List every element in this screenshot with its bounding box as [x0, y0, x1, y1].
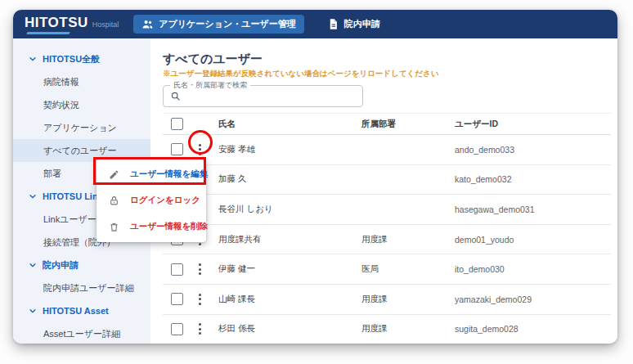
select-all-checkbox[interactable] — [171, 118, 183, 130]
search-icon — [170, 91, 181, 101]
cell-user-id: yamazaki_demo029 — [455, 294, 611, 304]
search-field-label: 氏名・所属部署で検索 — [170, 81, 250, 90]
cell-department: 医局 — [361, 263, 455, 275]
tab-hospital-application[interactable]: 院内申請 — [319, 15, 388, 34]
brand-suffix: Hospital — [92, 20, 119, 29]
search-input[interactable] — [186, 92, 356, 101]
document-icon — [327, 18, 339, 30]
cell-name: 杉田 係長 — [210, 323, 361, 335]
table-row: 加藤 久 kato_demo032 — [163, 165, 611, 195]
cell-user-id: sugita_demo028 — [455, 324, 611, 334]
table-row: 用度課共有 用度課 demo01_youdo — [163, 225, 611, 255]
tab-label: 院内申請 — [344, 18, 380, 30]
sidebar-section-hitotsu-asset[interactable]: HITOTSU Asset — [13, 299, 150, 322]
sidebar-section-hospital-application[interactable]: 院内申請 — [13, 254, 150, 276]
kebab-menu-icon[interactable] — [195, 290, 205, 308]
sidebar-item-applications[interactable]: アプリケーション — [13, 116, 150, 139]
cell-user-id: kato_demo032 — [455, 174, 611, 184]
table-row: 長谷川 しおり hasegawa_demo031 — [163, 195, 611, 225]
kebab-menu-icon[interactable] — [195, 260, 205, 278]
table-row: 杉田 係長 用度課 sugita_demo028 — [163, 315, 611, 344]
page-title: すべてのユーザー — [163, 52, 611, 65]
column-header-name: 氏名 — [210, 119, 361, 130]
main-content: すべてのユーザー ※ユーザー登録結果が反映されていない場合はページをリロードして… — [150, 38, 617, 344]
tab-application-user-management[interactable]: アプリケーション・ユーザー管理 — [133, 15, 303, 34]
column-header-user-id: ユーザーID — [455, 119, 611, 130]
table-row: 山崎 課長 用度課 yamazaki_demo029 — [163, 285, 611, 315]
chevron-down-icon — [29, 55, 37, 63]
row-checkbox[interactable] — [171, 323, 183, 335]
cell-name: 長谷川 しおり — [210, 204, 361, 215]
search-field[interactable]: 氏名・所属部署で検索 — [163, 85, 363, 107]
cell-user-id: ito_demo030 — [455, 264, 611, 274]
cell-department: 用度課 — [361, 294, 455, 305]
menu-item-lock-login[interactable]: ログインをロック — [97, 187, 206, 213]
lock-icon — [109, 195, 119, 206]
cell-user-id: ando_demo033 — [455, 145, 611, 155]
sidebar-item-asset-user-detail[interactable]: Assetユーザー詳細 — [13, 322, 150, 344]
row-checkbox[interactable] — [171, 143, 183, 155]
sidebar-item-hospital-info[interactable]: 病院情報 — [13, 70, 150, 93]
tab-label: アプリケーション・ユーザー管理 — [159, 18, 295, 30]
reload-note: ※ユーザー登録結果が反映されていない場合はページをリロードしてください — [163, 69, 611, 79]
logo-accent-bar — [26, 32, 70, 34]
annotation-rectangle — [93, 157, 206, 185]
sidebar-item-contract-status[interactable]: 契約状況 — [13, 93, 150, 116]
row-checkbox[interactable] — [171, 293, 183, 305]
cell-department: 用度課 — [361, 323, 455, 335]
table-row: 安藤 孝雄 ando_demo033 — [163, 135, 611, 165]
chevron-down-icon — [29, 192, 37, 200]
cell-user-id: demo01_youdo — [455, 235, 611, 245]
annotation-circle — [188, 130, 213, 155]
table-row: 伊藤 健一 医局 ito_demo030 — [163, 254, 611, 285]
cell-name: 加藤 久 — [210, 173, 361, 185]
menu-item-delete-user[interactable]: ユーザー情報を削除 — [97, 213, 206, 240]
cell-user-id: hasegawa_demo031 — [455, 204, 611, 214]
chevron-down-icon — [29, 307, 37, 315]
table-header: 氏名 所属部署 ユーザーID — [163, 114, 611, 135]
trash-icon — [109, 222, 119, 232]
brand-name: HITOTSU — [25, 15, 88, 31]
cell-name: 伊藤 健一 — [210, 263, 361, 275]
app-logo[interactable]: HITOTSU Hospital — [25, 15, 119, 34]
sidebar-item-hospital-application-user-detail[interactable]: 院内申請ユーザー詳細 — [13, 276, 150, 299]
column-header-department: 所属部署 — [361, 119, 455, 130]
cell-name: 山崎 課長 — [210, 294, 361, 305]
cell-name: 安藤 孝雄 — [210, 144, 361, 155]
cell-department: 用度課 — [361, 234, 455, 245]
users-icon — [141, 18, 154, 30]
users-table: 氏名 所属部署 ユーザーID 安藤 孝雄 ando_demo033 加藤 久 — [163, 113, 611, 344]
cell-name: 用度課共有 — [210, 234, 361, 245]
sidebar-section-hitotsu-general[interactable]: HITOTSU全般 — [13, 47, 150, 70]
top-navbar: HITOTSU Hospital アプリケーション・ユーザー管理 院内申請 — [13, 10, 617, 38]
app-window: HITOTSU Hospital アプリケーション・ユーザー管理 院内申請 — [13, 10, 617, 344]
kebab-menu-icon[interactable] — [195, 320, 205, 338]
chevron-down-icon — [29, 261, 37, 269]
row-checkbox[interactable] — [171, 263, 183, 276]
